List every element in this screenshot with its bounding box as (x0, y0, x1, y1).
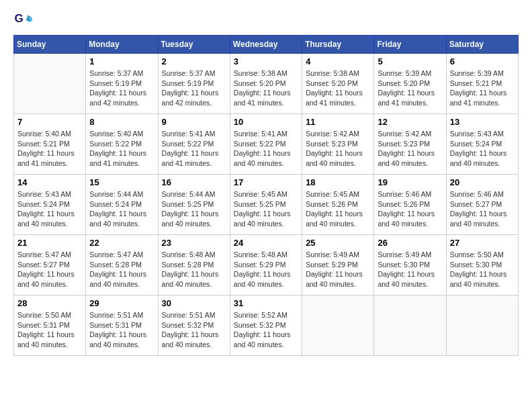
calendar-cell: 17Sunrise: 5:45 AM Sunset: 5:25 PM Dayli… (230, 175, 302, 235)
logo-icon: G (13, 11, 32, 30)
calendar-table: SundayMondayTuesdayWednesdayThursdayFrid… (13, 35, 519, 356)
day-info: Sunrise: 5:43 AM Sunset: 5:24 PM Dayligh… (17, 189, 82, 229)
day-info: Sunrise: 5:51 AM Sunset: 5:32 PM Dayligh… (162, 310, 226, 350)
calendar-cell: 31Sunrise: 5:52 AM Sunset: 5:32 PM Dayli… (230, 295, 302, 356)
day-number: 25 (306, 238, 370, 248)
day-number: 21 (17, 238, 82, 248)
day-info: Sunrise: 5:50 AM Sunset: 5:31 PM Dayligh… (17, 310, 82, 350)
day-info: Sunrise: 5:38 AM Sunset: 5:20 PM Dayligh… (234, 68, 298, 108)
calendar-cell: 30Sunrise: 5:51 AM Sunset: 5:32 PM Dayli… (158, 295, 230, 356)
day-number: 4 (306, 56, 370, 66)
calendar-cell: 14Sunrise: 5:43 AM Sunset: 5:24 PM Dayli… (14, 175, 86, 235)
calendar-cell: 29Sunrise: 5:51 AM Sunset: 5:31 PM Dayli… (86, 295, 158, 356)
calendar-cell: 2Sunrise: 5:37 AM Sunset: 5:19 PM Daylig… (158, 54, 230, 114)
header-friday: Friday (374, 36, 446, 54)
calendar-cell: 26Sunrise: 5:49 AM Sunset: 5:30 PM Dayli… (374, 235, 446, 295)
day-number: 12 (378, 117, 442, 127)
day-number: 30 (162, 298, 226, 308)
day-info: Sunrise: 5:45 AM Sunset: 5:25 PM Dayligh… (234, 189, 298, 229)
calendar-cell (446, 295, 518, 356)
calendar-cell: 12Sunrise: 5:42 AM Sunset: 5:23 PM Dayli… (374, 114, 446, 175)
day-number: 17 (234, 177, 298, 187)
calendar-cell: 20Sunrise: 5:46 AM Sunset: 5:27 PM Dayli… (446, 175, 518, 235)
calendar-cell: 3Sunrise: 5:38 AM Sunset: 5:20 PM Daylig… (230, 54, 302, 114)
day-number: 8 (89, 117, 154, 127)
week-row-3: 14Sunrise: 5:43 AM Sunset: 5:24 PM Dayli… (14, 175, 519, 235)
day-number: 20 (450, 177, 515, 187)
day-number: 14 (17, 177, 82, 187)
day-info: Sunrise: 5:37 AM Sunset: 5:19 PM Dayligh… (162, 68, 226, 108)
day-info: Sunrise: 5:42 AM Sunset: 5:23 PM Dayligh… (306, 129, 370, 169)
day-number: 11 (306, 117, 370, 127)
day-info: Sunrise: 5:50 AM Sunset: 5:30 PM Dayligh… (450, 250, 515, 289)
page-header: G (13, 11, 519, 30)
day-number: 26 (378, 238, 442, 248)
day-number: 29 (89, 298, 154, 308)
calendar-cell: 21Sunrise: 5:47 AM Sunset: 5:27 PM Dayli… (14, 235, 86, 295)
day-info: Sunrise: 5:40 AM Sunset: 5:22 PM Dayligh… (89, 129, 154, 169)
calendar-cell: 18Sunrise: 5:45 AM Sunset: 5:26 PM Dayli… (302, 175, 374, 235)
day-info: Sunrise: 5:39 AM Sunset: 5:20 PM Dayligh… (378, 68, 442, 108)
day-info: Sunrise: 5:48 AM Sunset: 5:28 PM Dayligh… (162, 250, 226, 289)
header-wednesday: Wednesday (230, 36, 302, 54)
calendar-cell: 24Sunrise: 5:48 AM Sunset: 5:29 PM Dayli… (230, 235, 302, 295)
day-number: 28 (17, 298, 82, 308)
calendar-cell: 25Sunrise: 5:49 AM Sunset: 5:29 PM Dayli… (302, 235, 374, 295)
day-number: 5 (378, 56, 442, 66)
day-info: Sunrise: 5:41 AM Sunset: 5:22 PM Dayligh… (234, 129, 298, 169)
calendar-cell: 13Sunrise: 5:43 AM Sunset: 5:24 PM Dayli… (446, 114, 518, 175)
calendar-cell: 19Sunrise: 5:46 AM Sunset: 5:26 PM Dayli… (374, 175, 446, 235)
day-info: Sunrise: 5:39 AM Sunset: 5:21 PM Dayligh… (450, 68, 515, 108)
calendar-cell: 6Sunrise: 5:39 AM Sunset: 5:21 PM Daylig… (446, 54, 518, 114)
calendar-cell: 15Sunrise: 5:44 AM Sunset: 5:24 PM Dayli… (86, 175, 158, 235)
day-info: Sunrise: 5:38 AM Sunset: 5:20 PM Dayligh… (306, 68, 370, 108)
svg-text:G: G (15, 12, 24, 25)
logo: G (13, 11, 35, 30)
calendar-cell: 1Sunrise: 5:37 AM Sunset: 5:19 PM Daylig… (86, 54, 158, 114)
calendar-cell: 23Sunrise: 5:48 AM Sunset: 5:28 PM Dayli… (158, 235, 230, 295)
header-monday: Monday (86, 36, 158, 54)
day-info: Sunrise: 5:37 AM Sunset: 5:19 PM Dayligh… (89, 68, 154, 108)
calendar-cell (374, 295, 446, 356)
calendar-cell: 11Sunrise: 5:42 AM Sunset: 5:23 PM Dayli… (302, 114, 374, 175)
calendar-cell: 4Sunrise: 5:38 AM Sunset: 5:20 PM Daylig… (302, 54, 374, 114)
week-row-2: 7Sunrise: 5:40 AM Sunset: 5:21 PM Daylig… (14, 114, 519, 175)
calendar-cell: 22Sunrise: 5:47 AM Sunset: 5:28 PM Dayli… (86, 235, 158, 295)
calendar-cell: 10Sunrise: 5:41 AM Sunset: 5:22 PM Dayli… (230, 114, 302, 175)
day-number: 24 (234, 238, 298, 248)
day-info: Sunrise: 5:52 AM Sunset: 5:32 PM Dayligh… (234, 310, 298, 350)
day-number: 1 (89, 56, 154, 66)
day-number: 31 (234, 298, 298, 308)
calendar-cell: 8Sunrise: 5:40 AM Sunset: 5:22 PM Daylig… (86, 114, 158, 175)
day-number: 10 (234, 117, 298, 127)
calendar-cell: 9Sunrise: 5:41 AM Sunset: 5:22 PM Daylig… (158, 114, 230, 175)
header-tuesday: Tuesday (158, 36, 230, 54)
day-number: 27 (450, 238, 515, 248)
day-number: 6 (450, 56, 515, 66)
week-row-5: 28Sunrise: 5:50 AM Sunset: 5:31 PM Dayli… (14, 295, 519, 356)
header-thursday: Thursday (302, 36, 374, 54)
header-saturday: Saturday (446, 36, 518, 54)
day-number: 18 (306, 177, 370, 187)
day-number: 2 (162, 56, 226, 66)
day-info: Sunrise: 5:46 AM Sunset: 5:27 PM Dayligh… (450, 189, 515, 229)
day-info: Sunrise: 5:49 AM Sunset: 5:29 PM Dayligh… (306, 250, 370, 289)
day-number: 22 (89, 238, 154, 248)
day-info: Sunrise: 5:49 AM Sunset: 5:30 PM Dayligh… (378, 250, 442, 289)
day-number: 16 (162, 177, 226, 187)
calendar-cell: 16Sunrise: 5:44 AM Sunset: 5:25 PM Dayli… (158, 175, 230, 235)
header-sunday: Sunday (14, 36, 86, 54)
day-info: Sunrise: 5:47 AM Sunset: 5:27 PM Dayligh… (17, 250, 82, 289)
calendar-header: SundayMondayTuesdayWednesdayThursdayFrid… (14, 36, 519, 54)
day-number: 23 (162, 238, 226, 248)
day-info: Sunrise: 5:46 AM Sunset: 5:26 PM Dayligh… (378, 189, 442, 229)
day-info: Sunrise: 5:48 AM Sunset: 5:29 PM Dayligh… (234, 250, 298, 289)
calendar-cell (302, 295, 374, 356)
day-info: Sunrise: 5:45 AM Sunset: 5:26 PM Dayligh… (306, 189, 370, 229)
day-number: 9 (162, 117, 226, 127)
day-number: 3 (234, 56, 298, 66)
day-number: 19 (378, 177, 442, 187)
day-info: Sunrise: 5:47 AM Sunset: 5:28 PM Dayligh… (89, 250, 154, 289)
day-number: 13 (450, 117, 515, 127)
calendar-cell: 5Sunrise: 5:39 AM Sunset: 5:20 PM Daylig… (374, 54, 446, 114)
